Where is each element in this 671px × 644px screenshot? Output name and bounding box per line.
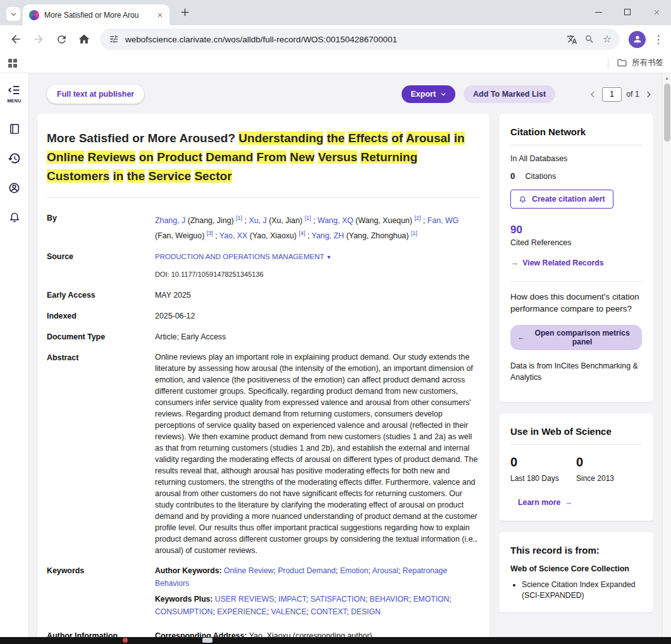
export-button[interactable]: Export: [402, 85, 455, 103]
title-highlight-term: Demand: [206, 150, 253, 164]
author-link[interactable]: Wang, XQ: [317, 216, 354, 225]
title-highlight-term: the: [127, 169, 145, 183]
next-record-button[interactable]: [644, 90, 653, 99]
site-settings-icon[interactable]: [109, 34, 119, 44]
author-link[interactable]: Yao, XX: [219, 231, 248, 240]
translate-button[interactable]: [563, 30, 581, 48]
window-minimize-button[interactable]: [584, 0, 613, 24]
title-highlight-term: Customers: [47, 169, 109, 183]
arrow-right-icon: →: [564, 498, 572, 507]
researcher-profile-button[interactable]: [8, 181, 21, 197]
reload-button[interactable]: [51, 28, 72, 50]
tab-search-button[interactable]: [6, 7, 20, 21]
corresponding-author-name: Yao, Xiaoxu (corresponding author): [247, 631, 372, 637]
taskbar-app-icon[interactable]: [202, 638, 212, 643]
person-icon: [632, 34, 643, 44]
caret-down-icon[interactable]: ▾: [328, 253, 331, 260]
field-row-source: Source PRODUCTION AND OPERATIONS MANAGEM…: [47, 250, 478, 281]
url-text[interactable]: webofscience.clarivate.cn/wos/alldb/full…: [125, 35, 563, 44]
author-fullname: (Xu, Jian): [267, 216, 305, 225]
history-button[interactable]: [8, 152, 21, 167]
author-affiliation-link[interactable]: [4]: [299, 230, 305, 236]
bookmark-star-icon[interactable]: ☆: [598, 30, 616, 48]
new-tab-button[interactable]: [180, 7, 190, 20]
keywords-plus-link[interactable]: EMOTION: [413, 595, 449, 604]
page-search-button[interactable]: [581, 30, 598, 48]
author-keyword-link[interactable]: Emotion: [340, 566, 369, 575]
author-keywords-line: Author Keywords: Online Review; Product …: [155, 564, 478, 590]
indexed-label: Indexed: [47, 310, 155, 322]
keywords-plus-link[interactable]: USER REVIEWS: [215, 595, 274, 604]
full-text-button[interactable]: Full text at publisher: [47, 85, 144, 104]
view-related-records-link[interactable]: → View Related Records: [510, 258, 642, 267]
author-affiliation-link[interactable]: [3]: [207, 230, 213, 236]
author-link[interactable]: Fan, WG: [428, 216, 459, 225]
apps-grid-icon[interactable]: [8, 58, 18, 68]
keywords-plus-link[interactable]: IMPACT: [278, 595, 306, 604]
open-comparison-panel-button[interactable]: ← Open comparison metrics panel: [510, 325, 642, 350]
keywords-plus-link[interactable]: DESIGN: [351, 607, 381, 616]
browser-menu-button[interactable]: ⋮: [651, 33, 666, 46]
keywords-plus-link[interactable]: CONTEXT: [311, 607, 347, 616]
create-citation-alert-button[interactable]: Create citation alert: [510, 190, 613, 209]
author-keyword-link[interactable]: Arousal: [372, 566, 398, 575]
learn-more-label: Learn more: [518, 498, 560, 507]
author-keyword-link[interactable]: Online Review: [224, 566, 274, 575]
author-affiliation-link[interactable]: [1]: [236, 215, 242, 221]
page-scrollbar[interactable]: ▲: [662, 73, 671, 637]
author-keyword-link[interactable]: Product Demand: [278, 566, 335, 575]
divider: [47, 197, 478, 198]
author-link[interactable]: Xu, J: [249, 216, 266, 225]
browser-tab[interactable]: More Satisfied or More Arou: [23, 4, 169, 25]
keywords-plus-link[interactable]: CONSUMPTION: [155, 607, 212, 616]
previous-record-button[interactable]: [588, 90, 598, 99]
reload-icon: [56, 33, 68, 46]
alerts-button[interactable]: [8, 211, 21, 226]
view-related-records-label: View Related Records: [522, 258, 603, 267]
author-affiliation-link[interactable]: [1]: [411, 230, 417, 236]
profile-avatar[interactable]: [629, 31, 646, 48]
all-bookmarks-label: 所有书签: [632, 58, 663, 68]
page-number-input[interactable]: [602, 87, 622, 102]
address-bar[interactable]: webofscience.clarivate.cn/wos/alldb/full…: [100, 28, 620, 50]
keywords-value: Author Keywords: Online Review; Product …: [155, 564, 478, 621]
cited-references-count[interactable]: 90: [510, 224, 642, 236]
keywords-plus-link[interactable]: VALENCE: [271, 607, 307, 616]
back-button[interactable]: [5, 28, 27, 50]
author-link[interactable]: Yang, ZH: [312, 231, 344, 240]
usage-last-180-count: 0: [510, 455, 576, 470]
keywords-plus-link[interactable]: SATISFACTION: [311, 595, 366, 604]
title-highlight-term: New: [290, 150, 314, 164]
translate-icon: [567, 34, 577, 45]
home-button[interactable]: [73, 28, 95, 50]
title-highlight-term: on: [139, 150, 154, 164]
add-to-marked-list-button[interactable]: Add To Marked List: [464, 85, 555, 103]
title-highlight-term: Effects: [348, 131, 388, 145]
scroll-up-arrow-icon[interactable]: ▲: [663, 73, 671, 82]
title-highlight-term: of: [391, 131, 403, 145]
author-link[interactable]: Zhang, J: [155, 216, 185, 225]
field-row-author-info: Author Information Corresponding Address…: [47, 629, 478, 637]
author-fullname: (Wang, Xuequn): [354, 216, 415, 225]
keywords-plus-link[interactable]: EXPERIENCE: [217, 607, 267, 616]
keywords-plus-line: Keywords Plus: USER REVIEWS; IMPACT; SAT…: [155, 593, 478, 618]
scrollbar-thumb[interactable]: [664, 83, 670, 142]
abstract-label: Abstract: [47, 351, 155, 556]
chevron-left-icon: [588, 90, 598, 99]
source-journal-link[interactable]: PRODUCTION AND OPERATIONS MANAGEMENT: [155, 253, 324, 260]
menu-toggle-button[interactable]: MENU: [7, 83, 21, 103]
author-affiliation-link[interactable]: [1]: [305, 215, 311, 221]
tab-close-icon[interactable]: [157, 12, 163, 18]
forward-button[interactable]: [28, 28, 49, 50]
window-maximize-button[interactable]: [613, 0, 642, 24]
minimize-icon: [595, 12, 602, 13]
keywords-plus-link[interactable]: BEHAVIOR: [370, 595, 409, 604]
learn-more-link[interactable]: Learn more →: [518, 498, 642, 507]
marked-list-button[interactable]: [8, 123, 21, 138]
record-columns: More Satisfied or More Aroused? Understa…: [37, 114, 654, 637]
all-bookmarks-button[interactable]: 所有书签: [608, 58, 663, 69]
source-label: Source: [47, 250, 155, 281]
abstract-text: Online reviews play an important role in…: [155, 351, 478, 556]
window-close-button[interactable]: [642, 0, 671, 24]
author-affiliation-link[interactable]: [2]: [414, 215, 421, 221]
